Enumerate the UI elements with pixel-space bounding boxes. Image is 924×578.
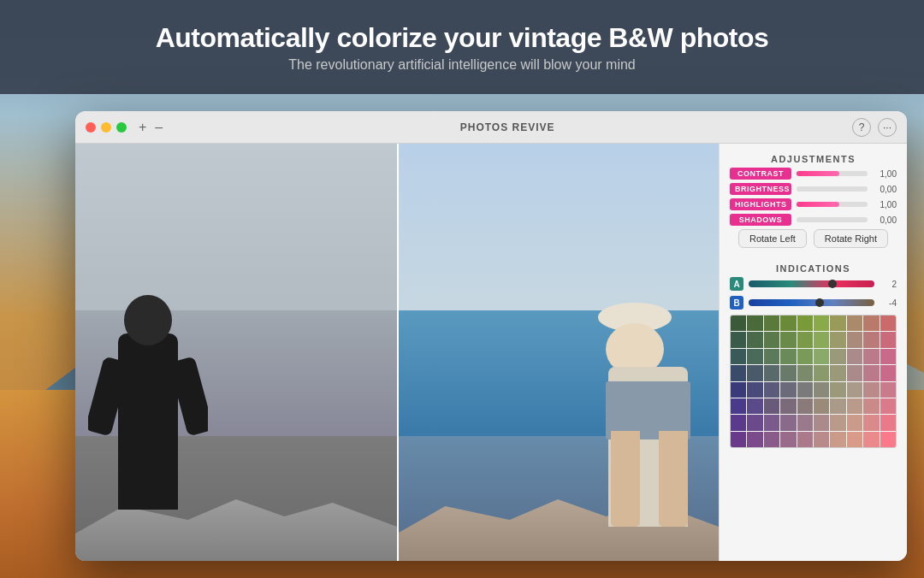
color-cell[interactable] <box>731 365 746 380</box>
color-cell[interactable] <box>880 332 896 347</box>
collapse-button[interactable]: – <box>155 121 163 134</box>
color-cell[interactable] <box>847 415 862 430</box>
maximize-button[interactable] <box>116 122 127 133</box>
color-cell[interactable] <box>880 316 896 331</box>
color-cell[interactable] <box>863 398 879 414</box>
color-cell[interactable] <box>863 432 879 447</box>
rotate-right-button[interactable]: Rotate Right <box>814 229 888 248</box>
minimize-button[interactable] <box>101 122 111 133</box>
color-cell[interactable] <box>797 415 813 430</box>
color-cell[interactable] <box>747 365 762 380</box>
color-cell[interactable] <box>814 398 829 414</box>
color-cell[interactable] <box>830 432 845 447</box>
color-cell[interactable] <box>797 316 813 331</box>
color-cell[interactable] <box>880 415 896 430</box>
color-cell[interactable] <box>814 415 829 430</box>
color-cell[interactable] <box>764 415 779 430</box>
add-button[interactable]: + <box>139 121 146 134</box>
color-cell[interactable] <box>731 332 746 347</box>
more-options-icon[interactable]: ··· <box>878 118 897 137</box>
color-cell[interactable] <box>731 398 746 414</box>
color-cell[interactable] <box>797 382 813 398</box>
brightness-track[interactable] <box>797 186 868 192</box>
highlights-track[interactable] <box>797 202 868 207</box>
color-cell[interactable] <box>747 432 762 447</box>
shadows-track[interactable] <box>797 217 868 222</box>
color-cell[interactable] <box>863 382 879 398</box>
color-cell[interactable] <box>731 382 746 398</box>
color-cell[interactable] <box>814 382 829 398</box>
color-cell[interactable] <box>797 349 813 364</box>
color-cell[interactable] <box>797 398 813 414</box>
color-cell[interactable] <box>830 365 845 380</box>
color-cell[interactable] <box>830 398 845 414</box>
color-cell[interactable] <box>731 432 746 447</box>
color-cell[interactable] <box>847 349 862 364</box>
color-cell[interactable] <box>731 349 746 364</box>
color-cell[interactable] <box>747 382 762 398</box>
color-cell[interactable] <box>747 349 762 364</box>
color-cell[interactable] <box>764 382 779 398</box>
color-cell[interactable] <box>731 415 746 430</box>
close-button[interactable] <box>86 122 96 133</box>
color-cell[interactable] <box>764 365 779 380</box>
color-cell[interactable] <box>764 398 779 414</box>
color-cell[interactable] <box>731 316 746 331</box>
help-icon[interactable]: ? <box>852 118 871 137</box>
color-cell[interactable] <box>863 349 879 364</box>
color-cell[interactable] <box>780 316 796 331</box>
color-cell[interactable] <box>880 398 896 414</box>
color-cell[interactable] <box>830 349 845 364</box>
color-cell[interactable] <box>863 316 879 331</box>
color-cell[interactable] <box>814 432 829 447</box>
split-divider[interactable] <box>397 144 399 561</box>
color-cell[interactable] <box>847 398 862 414</box>
color-cell[interactable] <box>764 316 779 331</box>
indication-a-track[interactable] <box>749 280 874 287</box>
contrast-track[interactable] <box>797 171 868 176</box>
color-cell[interactable] <box>830 332 845 347</box>
rotate-left-button[interactable]: Rotate Left <box>738 229 807 248</box>
color-cell[interactable] <box>797 365 813 380</box>
color-cell[interactable] <box>847 432 862 447</box>
figure-right <box>582 236 714 527</box>
color-grid[interactable] <box>730 315 897 448</box>
color-cell[interactable] <box>880 382 896 398</box>
color-cell[interactable] <box>797 332 813 347</box>
color-cell[interactable] <box>814 349 829 364</box>
color-cell[interactable] <box>847 316 862 331</box>
color-cell[interactable] <box>863 365 879 380</box>
color-cell[interactable] <box>764 332 779 347</box>
color-cell[interactable] <box>880 365 896 380</box>
person-head-left <box>124 295 172 345</box>
color-cell[interactable] <box>780 382 796 398</box>
color-cell[interactable] <box>814 316 829 331</box>
color-cell[interactable] <box>747 415 762 430</box>
color-cell[interactable] <box>814 365 829 380</box>
color-cell[interactable] <box>830 415 845 430</box>
color-cell[interactable] <box>780 332 796 347</box>
color-cell[interactable] <box>764 432 779 447</box>
color-cell[interactable] <box>747 398 762 414</box>
color-cell[interactable] <box>880 349 896 364</box>
color-cell[interactable] <box>764 349 779 364</box>
photo-color <box>397 144 719 561</box>
color-cell[interactable] <box>863 415 879 430</box>
color-cell[interactable] <box>814 332 829 347</box>
color-cell[interactable] <box>780 365 796 380</box>
color-cell[interactable] <box>747 316 762 331</box>
indication-b-track[interactable] <box>749 299 874 306</box>
color-cell[interactable] <box>847 332 862 347</box>
color-cell[interactable] <box>880 432 896 447</box>
color-cell[interactable] <box>830 382 845 398</box>
color-cell[interactable] <box>863 332 879 347</box>
color-cell[interactable] <box>780 432 796 447</box>
color-cell[interactable] <box>830 316 845 331</box>
color-cell[interactable] <box>747 332 762 347</box>
color-cell[interactable] <box>847 382 862 398</box>
color-cell[interactable] <box>780 349 796 364</box>
color-cell[interactable] <box>780 398 796 414</box>
color-cell[interactable] <box>847 365 862 380</box>
color-cell[interactable] <box>797 432 813 447</box>
color-cell[interactable] <box>780 415 796 430</box>
